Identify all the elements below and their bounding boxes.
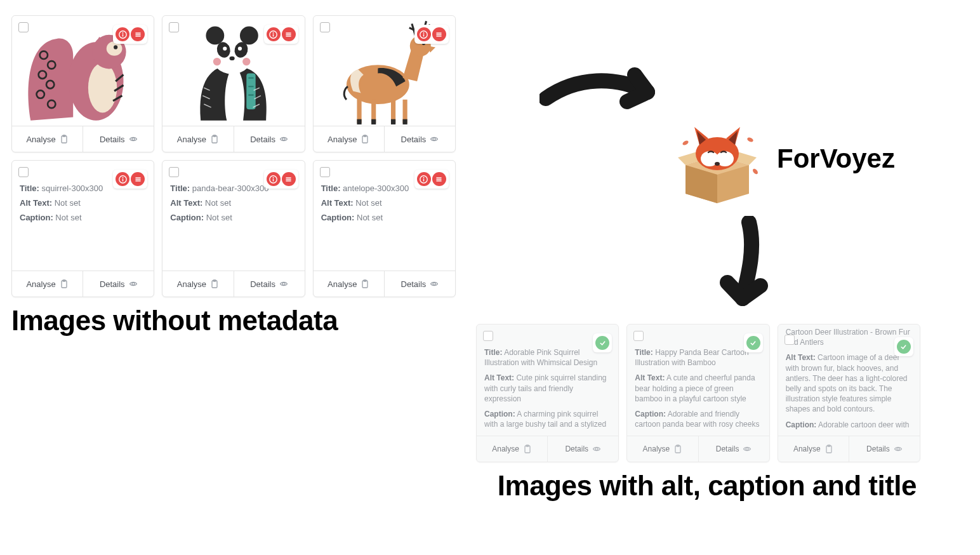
complete-badge[interactable]	[897, 340, 911, 354]
analyse-button[interactable]: Analyse	[162, 271, 233, 297]
details-label: Details	[100, 135, 125, 144]
status-badges	[894, 337, 913, 356]
missing-info-badge[interactable]	[267, 27, 281, 41]
svg-rect-46	[391, 119, 395, 124]
select-checkbox[interactable]	[18, 167, 29, 177]
missing-info-badge[interactable]	[417, 27, 431, 41]
missing-caption-badge[interactable]	[282, 27, 296, 41]
analyse-button[interactable]: Analyse	[12, 126, 83, 152]
details-button[interactable]: Details	[849, 436, 920, 462]
svg-rect-42	[357, 119, 361, 124]
details-button[interactable]: Details	[384, 271, 455, 297]
svg-point-53	[682, 140, 689, 146]
image-card-antelope: Analyse Details	[313, 15, 456, 152]
missing-info-badge[interactable]	[417, 172, 431, 186]
caption-label: Caption:	[170, 213, 204, 222]
details-label: Details	[100, 279, 125, 289]
details-button[interactable]: Details	[234, 271, 305, 297]
heading-before: Images without metadata	[11, 305, 338, 337]
svg-point-24	[206, 26, 225, 44]
analyse-label: Analyse	[492, 445, 519, 453]
missing-caption-badge[interactable]	[432, 27, 446, 41]
analyse-label: Analyse	[643, 445, 670, 453]
details-button[interactable]: Details	[234, 126, 305, 152]
details-button[interactable]: Details	[83, 271, 154, 297]
details-label: Details	[866, 445, 890, 453]
analyse-button[interactable]: Analyse	[314, 126, 384, 152]
status-badges	[414, 25, 449, 44]
select-checkbox[interactable]	[320, 22, 330, 32]
alt-label: Alt Text:	[635, 373, 665, 382]
analyse-button[interactable]: Analyse	[778, 436, 849, 462]
select-checkbox[interactable]	[320, 167, 330, 177]
meta-rows: Title: antelope-300x300 Alt Text: Not se…	[321, 184, 447, 222]
details-button[interactable]: Details	[384, 126, 455, 152]
select-checkbox[interactable]	[785, 335, 795, 345]
caption-label: Caption:	[321, 213, 355, 222]
select-checkbox[interactable]	[169, 167, 179, 177]
svg-rect-44	[371, 119, 376, 124]
details-label: Details	[401, 279, 427, 289]
svg-point-52	[715, 162, 720, 166]
meta-rows: Cartoon Deer Illustration - Brown Fur an…	[786, 331, 912, 430]
svg-rect-48	[402, 119, 407, 124]
result-card-deer: Cartoon Deer Illustration - Brown Fur an…	[778, 324, 920, 462]
svg-point-11	[88, 63, 117, 112]
clipboard-icon	[673, 445, 682, 453]
select-checkbox[interactable]	[169, 22, 179, 32]
details-button[interactable]: Details	[547, 436, 618, 462]
missing-caption-badge[interactable]	[282, 172, 296, 186]
svg-rect-33	[247, 74, 256, 110]
clipboard-icon	[824, 445, 833, 453]
analyse-label: Analyse	[26, 279, 55, 289]
svg-point-54	[746, 137, 754, 143]
status-badges	[414, 170, 449, 189]
clipboard-icon	[210, 279, 219, 288]
caption-label: Caption:	[20, 213, 53, 222]
select-checkbox[interactable]	[633, 331, 644, 341]
meta-card-squirrel: Title: squirrel-300x300 Alt Text: Not se…	[11, 160, 154, 297]
status-badges	[593, 333, 612, 352]
analyse-button[interactable]: Analyse	[477, 436, 547, 462]
meta-rows: Title: Adorable Pink Squirrel Illustrati…	[484, 347, 611, 429]
details-button[interactable]: Details	[698, 436, 769, 462]
select-checkbox[interactable]	[18, 22, 29, 32]
analyse-label: Analyse	[26, 135, 55, 144]
details-button[interactable]: Details	[83, 126, 154, 152]
status-badges	[113, 170, 147, 189]
status-badges	[744, 333, 763, 352]
complete-badge[interactable]	[595, 336, 609, 350]
missing-caption-badge[interactable]	[131, 27, 145, 41]
meta-rows: Title: squirrel-300x300 Alt Text: Not se…	[20, 184, 146, 222]
eye-icon	[129, 135, 138, 144]
svg-point-30	[213, 58, 221, 65]
caption-label: Caption:	[786, 420, 817, 429]
missing-info-badge[interactable]	[116, 27, 129, 41]
arrow-to-logo	[540, 64, 679, 140]
analyse-button[interactable]: Analyse	[314, 271, 384, 297]
complete-badge[interactable]	[746, 336, 760, 350]
svg-point-29	[238, 46, 242, 50]
title-label: Title:	[20, 184, 39, 193]
analyse-button[interactable]: Analyse	[627, 436, 698, 462]
after-grid: Title: Adorable Pink Squirrel Illustrati…	[476, 324, 920, 462]
clipboard-icon	[361, 279, 369, 288]
heading-after: Images with alt, caption and title	[498, 470, 917, 502]
svg-point-25	[240, 26, 258, 44]
analyse-label: Analyse	[793, 445, 821, 453]
missing-info-badge[interactable]	[116, 172, 129, 186]
eye-icon	[430, 135, 439, 144]
missing-caption-badge[interactable]	[432, 172, 446, 186]
missing-info-badge[interactable]	[267, 172, 281, 186]
alt-label: Alt Text:	[170, 198, 202, 208]
select-checkbox[interactable]	[483, 331, 493, 341]
arrow-to-results	[711, 216, 787, 318]
status-badges	[264, 170, 298, 189]
clipboard-icon	[210, 135, 219, 144]
missing-caption-badge[interactable]	[131, 172, 145, 186]
analyse-label: Analyse	[328, 135, 357, 144]
before-grid: Analyse Details	[11, 15, 456, 297]
title-label: Title:	[170, 184, 190, 193]
analyse-button[interactable]: Analyse	[162, 126, 233, 152]
analyse-button[interactable]: Analyse	[12, 271, 83, 297]
